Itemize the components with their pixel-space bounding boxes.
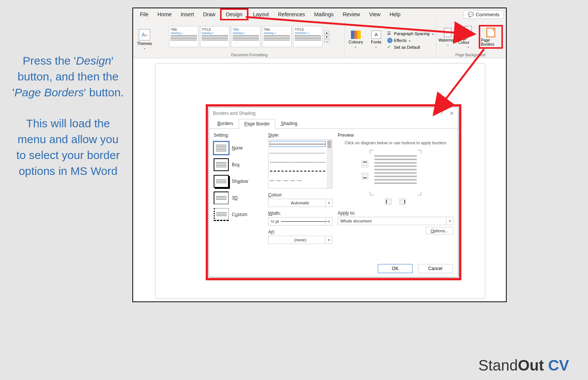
comments-button[interactable]: 💬 Comments	[464, 10, 504, 19]
set-default-button[interactable]: ✔Set as Default	[387, 45, 434, 50]
page-colour-button[interactable]: Page Colour⌄	[458, 25, 478, 48]
style-thumb[interactable]: TitleHeading 1	[262, 26, 292, 47]
border-bottom-toggle[interactable]	[361, 173, 368, 179]
watermark-button[interactable]: ABC Watermark⌄	[438, 27, 458, 46]
svg-rect-11	[401, 200, 405, 204]
dialog-tab-page-border[interactable]: Page Border	[239, 119, 275, 129]
tab-mailings[interactable]: Mailings	[310, 10, 338, 19]
tab-help[interactable]: Help	[385, 10, 405, 19]
dialog-tab-borders[interactable]: Borders	[212, 119, 239, 128]
check-icon: ✔	[387, 45, 393, 50]
style-thumb[interactable]: TitleHeading 1	[231, 26, 261, 47]
setting-box[interactable]: Box	[214, 158, 263, 171]
tab-layout[interactable]: Layout	[248, 10, 273, 19]
border-right-toggle[interactable]	[399, 198, 406, 205]
comment-icon: 💬	[468, 12, 474, 17]
options-button[interactable]: Options...	[426, 227, 453, 235]
width-combo[interactable]: ½ pt▾	[268, 217, 332, 226]
dialog-titlebar: Borders and Shading ? ✕	[209, 108, 458, 119]
page-borders-icon	[486, 27, 496, 38]
effects-icon	[387, 38, 393, 43]
fonts-icon: A	[371, 31, 381, 39]
instruction-panel: Press the 'Design' button, and then the …	[11, 53, 125, 179]
tab-design[interactable]: Design	[220, 8, 249, 20]
border-left-toggle[interactable]	[385, 198, 392, 205]
style-listbox[interactable]: — · — · — · — · —	[268, 139, 332, 188]
msword-window: File Home Insert Draw Design Layout Refe…	[132, 8, 507, 302]
width-label: Width:	[268, 211, 332, 216]
art-label: Art:	[268, 229, 332, 235]
style-scrollbar[interactable]	[327, 140, 332, 188]
page-colour-icon	[463, 25, 473, 36]
style-thumb[interactable]: TITLEHEADING 1	[293, 26, 323, 47]
tab-review[interactable]: Review	[338, 10, 365, 19]
colour-label: Colour:	[268, 192, 332, 198]
colours-button[interactable]: Colours⌄	[346, 31, 365, 48]
ribbon: Aa Themes ⌄ TitleHeading 1 TITLEHeading …	[133, 20, 506, 58]
page-borders-button[interactable]: Page Borders	[481, 27, 501, 46]
preview-diagram[interactable]	[361, 150, 430, 195]
colours-icon	[351, 31, 361, 39]
fonts-button[interactable]: AFonts⌄	[367, 31, 386, 48]
cancel-button[interactable]: Cancel	[418, 264, 453, 273]
ribbon-tabs: File Home Insert Draw Design Layout Refe…	[133, 8, 506, 20]
border-top-toggle[interactable]	[361, 161, 368, 167]
tab-view[interactable]: View	[365, 10, 385, 19]
dialog-tabs: Borders Page Border Shading	[209, 119, 458, 129]
close-button[interactable]: ✕	[450, 110, 454, 116]
colour-combo[interactable]: Automatic▾	[268, 199, 332, 207]
preview-label: Preview	[338, 133, 453, 138]
themes-icon: Aa	[139, 29, 150, 40]
group-label-page-background: Page Background	[455, 52, 486, 58]
setting-none[interactable]: None	[214, 142, 263, 154]
style-thumb[interactable]: TitleHeading 1	[169, 26, 199, 47]
art-combo[interactable]: (none)▾	[268, 236, 332, 244]
svg-rect-7	[363, 174, 367, 178]
borders-shading-dialog: Borders and Shading ? ✕ Borders Page Bor…	[209, 107, 458, 277]
standoutcv-logo: StandOut CV	[478, 357, 569, 374]
setting-shadow[interactable]: Shadow	[214, 175, 263, 188]
setting-3d[interactable]: 3D	[214, 192, 263, 204]
setting-label: Setting:	[214, 133, 263, 138]
document-area: Borders and Shading ? ✕ Borders Page Bor…	[133, 58, 506, 301]
paragraph-spacing-button[interactable]: ☰Paragraph Spacing ⌄	[387, 31, 434, 36]
effects-button[interactable]: Effects ⌄	[387, 38, 434, 43]
tab-draw[interactable]: Draw	[199, 10, 220, 19]
tab-insert[interactable]: Insert	[176, 10, 199, 19]
preview-hint: Click on diagram below or use buttons to…	[338, 140, 453, 145]
group-label-doc-formatting: Document Formatting	[231, 52, 267, 58]
svg-rect-3	[465, 33, 472, 35]
tab-home[interactable]: Home	[153, 10, 176, 19]
ok-button[interactable]: OK	[378, 264, 413, 273]
paragraph-spacing-icon: ☰	[387, 31, 393, 36]
apply-to-combo[interactable]: Whole document▾	[338, 217, 453, 225]
help-button[interactable]: ?	[440, 110, 443, 116]
style-label: Style:	[268, 133, 332, 138]
setting-custom[interactable]: Custom	[214, 208, 263, 221]
watermark-icon: ABC	[442, 27, 453, 38]
svg-rect-5	[363, 162, 367, 166]
style-gallery-nav[interactable]: ▴▾⌄	[324, 31, 329, 43]
apply-to-label: Apply to:	[338, 210, 453, 216]
tab-file[interactable]: File	[135, 10, 153, 19]
style-thumb[interactable]: TITLEHeading 1	[200, 26, 230, 47]
tab-references[interactable]: References	[273, 10, 310, 19]
dialog-tab-shading[interactable]: Shading	[275, 119, 303, 128]
themes-button[interactable]: Aa Themes ⌄	[136, 29, 153, 50]
svg-rect-9	[386, 200, 390, 204]
